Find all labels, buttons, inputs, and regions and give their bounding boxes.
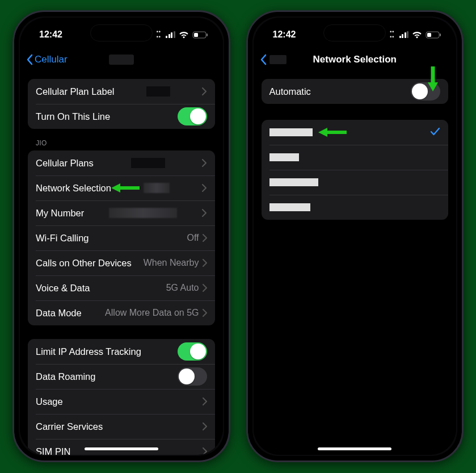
row-limit-ip[interactable]: Limit IP Address Tracking	[28, 339, 215, 364]
row-usage[interactable]: Usage	[28, 389, 215, 414]
wifi-icon	[412, 31, 422, 39]
row-sim-pin[interactable]: SIM PIN	[28, 439, 215, 455]
value-redacted	[144, 183, 170, 193]
row-cellular-plan-label[interactable]: Cellular Plan Label	[28, 79, 215, 104]
toggle-limit-ip[interactable]	[178, 342, 207, 361]
svg-rect-7	[427, 33, 431, 37]
status-icons: ••••	[390, 30, 441, 40]
home-indicator[interactable]	[318, 447, 391, 450]
network-name-redacted	[269, 128, 313, 136]
status-time: 12:42	[39, 30, 62, 40]
row-carrier-services[interactable]: Carrier Services	[28, 414, 215, 439]
row-label: Automatic	[269, 86, 311, 97]
row-label: Voice & Data	[36, 283, 90, 294]
toggle-turn-on-line[interactable]	[178, 107, 207, 125]
value-redacted	[109, 208, 177, 218]
group-plan: Cellular Plan Label Turn On This Line	[28, 79, 215, 129]
dynamic-island	[90, 24, 153, 41]
content-left[interactable]: Cellular Plan Label Turn On This Line JI…	[20, 71, 223, 455]
status-icons: ••••	[157, 30, 208, 40]
home-indicator[interactable]	[85, 447, 158, 450]
row-label: Limit IP Address Tracking	[36, 346, 141, 357]
row-turn-on-line[interactable]: Turn On This Line	[28, 104, 215, 129]
nav-bar: Cellular	[20, 48, 223, 71]
back-button[interactable]: Cellular	[26, 54, 68, 65]
screen-right: 12:42 •••• Network Selection	[254, 18, 457, 455]
content-right[interactable]: Automatic	[254, 71, 457, 455]
cellular-signal-icon	[399, 31, 409, 38]
row-label: Carrier Services	[36, 421, 103, 432]
wifi-icon	[179, 31, 189, 39]
row-wifi-calling[interactable]: Wi-Fi Calling Off	[28, 225, 215, 250]
chevron-left-icon	[26, 54, 33, 65]
annotation-arrow-icon	[317, 127, 348, 138]
row-data-roaming[interactable]: Data Roaming	[28, 364, 215, 389]
back-button[interactable]	[259, 54, 287, 65]
back-label: Cellular	[35, 54, 68, 65]
value-redacted	[131, 158, 165, 168]
chevron-right-icon	[203, 447, 207, 455]
screen-left: 12:42 •••• Cellular	[20, 18, 223, 455]
row-my-number[interactable]: My Number	[28, 200, 215, 225]
annotation-arrow-icon	[110, 182, 141, 194]
row-value: When Nearby	[144, 258, 203, 268]
toggle-automatic[interactable]	[411, 82, 440, 101]
row-voice-data[interactable]: Voice & Data 5G Auto	[28, 275, 215, 300]
value-redacted	[146, 86, 170, 97]
network-name-redacted	[269, 178, 318, 186]
row-value: 5G Auto	[166, 283, 203, 293]
group-networks	[262, 120, 449, 220]
chevron-right-icon	[203, 397, 207, 405]
battery-icon	[426, 31, 441, 39]
checkmark-icon	[430, 126, 440, 139]
chevron-left-icon	[259, 54, 267, 65]
group-misc: Limit IP Address Tracking Data Roaming U…	[28, 339, 215, 455]
row-calls-other-devices[interactable]: Calls on Other Devices When Nearby	[28, 250, 215, 275]
dual-sim-icon: ••••	[390, 30, 394, 40]
group-automatic: Automatic	[262, 79, 449, 104]
row-label: My Number	[36, 208, 84, 219]
network-name-redacted	[269, 203, 310, 211]
row-label: Cellular Plan Label	[36, 86, 115, 97]
chevron-right-icon	[203, 234, 207, 242]
svg-rect-6	[440, 34, 441, 36]
battery-icon	[192, 31, 208, 39]
network-item[interactable]	[262, 120, 449, 145]
nav-bar: Network Selection	[254, 48, 457, 71]
row-data-mode[interactable]: Data Mode Allow More Data on 5G	[28, 300, 215, 325]
dynamic-island	[323, 24, 386, 41]
chevron-right-icon	[203, 309, 207, 317]
back-label-redacted	[269, 55, 287, 64]
chevron-right-icon	[202, 184, 207, 192]
row-network-selection[interactable]: Network Selection	[28, 175, 215, 200]
network-item[interactable]	[262, 195, 449, 220]
row-cellular-plans[interactable]: Cellular Plans	[28, 150, 215, 175]
chevron-right-icon	[203, 422, 207, 430]
toggle-data-roaming[interactable]	[178, 367, 207, 386]
row-label: SIM PIN	[36, 446, 70, 455]
svg-rect-1	[207, 34, 208, 36]
row-value: Off	[187, 233, 202, 243]
dual-sim-icon: ••••	[157, 30, 161, 40]
phone-left: 12:42 •••• Cellular	[12, 10, 230, 462]
chevron-right-icon	[203, 259, 207, 267]
network-name-redacted	[269, 153, 299, 161]
row-automatic[interactable]: Automatic	[262, 79, 449, 104]
status-time: 12:42	[273, 30, 296, 40]
row-label: Network Selection	[36, 183, 111, 194]
row-label: Cellular Plans	[36, 158, 94, 169]
svg-marker-11	[318, 128, 327, 137]
nav-title-redacted	[109, 55, 134, 65]
row-label: Calls on Other Devices	[36, 258, 132, 269]
row-label: Usage	[36, 396, 63, 407]
svg-rect-2	[194, 33, 198, 37]
group-header-jio: JIO	[28, 129, 215, 150]
row-label: Data Mode	[36, 308, 82, 319]
network-item[interactable]	[262, 145, 449, 170]
cellular-signal-icon	[166, 31, 175, 38]
chevron-right-icon	[202, 209, 207, 217]
row-label: Data Roaming	[36, 371, 95, 382]
chevron-right-icon	[202, 87, 207, 95]
row-label: Turn On This Line	[36, 111, 110, 122]
network-item[interactable]	[262, 170, 449, 195]
